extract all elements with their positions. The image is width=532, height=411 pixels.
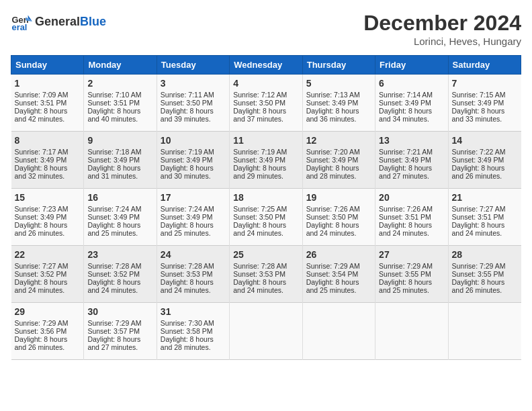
day-cell bbox=[302, 303, 375, 360]
day-number: 16 bbox=[87, 192, 152, 203]
day-number: 17 bbox=[161, 192, 226, 203]
daylight: Daylight: 8 hours and 26 minutes. bbox=[15, 221, 68, 237]
day-cell: 18Sunrise: 7:25 AMSunset: 3:50 PMDayligh… bbox=[230, 189, 302, 246]
daylight: Daylight: 8 hours and 32 minutes. bbox=[15, 164, 68, 180]
week-row-5: 29Sunrise: 7:29 AMSunset: 3:56 PMDayligh… bbox=[11, 303, 521, 360]
daylight: Daylight: 8 hours and 25 minutes. bbox=[87, 221, 140, 237]
sunset: Sunset: 3:58 PM bbox=[161, 327, 213, 335]
daylight: Daylight: 8 hours and 25 minutes. bbox=[306, 278, 359, 294]
daylight: Daylight: 8 hours and 24 minutes. bbox=[161, 278, 214, 294]
day-cell: 26Sunrise: 7:29 AMSunset: 3:54 PMDayligh… bbox=[302, 246, 375, 303]
col-header-thursday: Thursday bbox=[302, 56, 375, 75]
sunrise: Sunrise: 7:14 AM bbox=[379, 91, 433, 99]
day-number: 5 bbox=[306, 78, 371, 89]
logo-general: General bbox=[35, 15, 80, 28]
sunrise: Sunrise: 7:25 AM bbox=[233, 205, 287, 213]
day-cell: 4Sunrise: 7:12 AMSunset: 3:50 PMDaylight… bbox=[230, 75, 302, 132]
page-subtitle: Lorinci, Heves, Hungary bbox=[363, 36, 521, 47]
sunset: Sunset: 3:52 PM bbox=[87, 270, 140, 278]
day-cell bbox=[375, 303, 448, 360]
sunset: Sunset: 3:52 PM bbox=[15, 270, 67, 278]
day-cell: 25Sunrise: 7:28 AMSunset: 3:53 PMDayligh… bbox=[230, 246, 302, 303]
day-cell: 27Sunrise: 7:29 AMSunset: 3:55 PMDayligh… bbox=[375, 246, 448, 303]
day-cell: 13Sunrise: 7:21 AMSunset: 3:49 PMDayligh… bbox=[375, 132, 448, 189]
day-cell: 21Sunrise: 7:27 AMSunset: 3:51 PMDayligh… bbox=[448, 189, 521, 246]
day-cell: 29Sunrise: 7:29 AMSunset: 3:56 PMDayligh… bbox=[11, 303, 84, 360]
daylight: Daylight: 8 hours and 24 minutes. bbox=[379, 221, 432, 237]
day-number: 30 bbox=[87, 306, 152, 317]
daylight: Daylight: 8 hours and 31 minutes. bbox=[87, 164, 140, 180]
col-header-tuesday: Tuesday bbox=[157, 56, 229, 75]
col-header-monday: Monday bbox=[84, 56, 157, 75]
col-header-friday: Friday bbox=[375, 56, 448, 75]
daylight: Daylight: 8 hours and 26 minutes. bbox=[452, 278, 505, 294]
day-number: 4 bbox=[233, 78, 298, 89]
sunrise: Sunrise: 7:11 AM bbox=[161, 91, 214, 99]
day-number: 24 bbox=[161, 249, 226, 260]
day-number: 13 bbox=[379, 135, 444, 146]
sunrise: Sunrise: 7:21 AM bbox=[379, 148, 433, 156]
sunrise: Sunrise: 7:13 AM bbox=[306, 91, 360, 99]
day-number: 27 bbox=[379, 249, 444, 260]
sunrise: Sunrise: 7:28 AM bbox=[87, 262, 141, 270]
daylight: Daylight: 8 hours and 37 minutes. bbox=[233, 107, 286, 123]
day-cell: 15Sunrise: 7:23 AMSunset: 3:49 PMDayligh… bbox=[11, 189, 84, 246]
week-row-4: 22Sunrise: 7:27 AMSunset: 3:52 PMDayligh… bbox=[11, 246, 521, 303]
daylight: Daylight: 8 hours and 28 minutes. bbox=[306, 164, 359, 180]
sunrise: Sunrise: 7:19 AM bbox=[233, 148, 287, 156]
day-number: 19 bbox=[306, 192, 371, 203]
day-number: 18 bbox=[233, 192, 298, 203]
sunrise: Sunrise: 7:29 AM bbox=[87, 319, 141, 327]
sunrise: Sunrise: 7:29 AM bbox=[306, 262, 360, 270]
sunrise: Sunrise: 7:12 AM bbox=[233, 91, 287, 99]
daylight: Daylight: 8 hours and 24 minutes. bbox=[233, 221, 286, 237]
day-cell: 30Sunrise: 7:29 AMSunset: 3:57 PMDayligh… bbox=[84, 303, 157, 360]
daylight: Daylight: 8 hours and 30 minutes. bbox=[161, 164, 214, 180]
sunset: Sunset: 3:49 PM bbox=[161, 156, 213, 164]
day-number: 25 bbox=[233, 249, 298, 260]
day-number: 20 bbox=[379, 192, 444, 203]
sunrise: Sunrise: 7:09 AM bbox=[15, 91, 69, 99]
sunset: Sunset: 3:49 PM bbox=[379, 99, 431, 107]
day-number: 22 bbox=[15, 249, 81, 260]
day-number: 6 bbox=[379, 78, 444, 89]
sunrise: Sunrise: 7:18 AM bbox=[87, 148, 141, 156]
sunset: Sunset: 3:50 PM bbox=[233, 99, 285, 107]
sunset: Sunset: 3:51 PM bbox=[15, 99, 67, 107]
daylight: Daylight: 8 hours and 40 minutes. bbox=[87, 107, 140, 123]
sunset: Sunset: 3:49 PM bbox=[87, 213, 140, 221]
sunrise: Sunrise: 7:23 AM bbox=[15, 205, 69, 213]
sunrise: Sunrise: 7:24 AM bbox=[161, 205, 214, 213]
col-header-wednesday: Wednesday bbox=[230, 56, 302, 75]
sunrise: Sunrise: 7:19 AM bbox=[161, 148, 214, 156]
day-number: 8 bbox=[15, 135, 81, 146]
daylight: Daylight: 8 hours and 24 minutes. bbox=[452, 221, 505, 237]
week-row-3: 15Sunrise: 7:23 AMSunset: 3:49 PMDayligh… bbox=[11, 189, 521, 246]
day-cell: 23Sunrise: 7:28 AMSunset: 3:52 PMDayligh… bbox=[84, 246, 157, 303]
sunset: Sunset: 3:50 PM bbox=[306, 213, 359, 221]
sunset: Sunset: 3:49 PM bbox=[15, 213, 67, 221]
sunset: Sunset: 3:51 PM bbox=[87, 99, 140, 107]
col-header-saturday: Saturday bbox=[448, 56, 521, 75]
sunset: Sunset: 3:55 PM bbox=[452, 270, 504, 278]
day-cell: 2Sunrise: 7:10 AMSunset: 3:51 PMDaylight… bbox=[84, 75, 157, 132]
day-cell: 22Sunrise: 7:27 AMSunset: 3:52 PMDayligh… bbox=[11, 246, 84, 303]
day-cell: 11Sunrise: 7:19 AMSunset: 3:49 PMDayligh… bbox=[230, 132, 302, 189]
sunrise: Sunrise: 7:29 AM bbox=[15, 319, 69, 327]
day-cell: 6Sunrise: 7:14 AMSunset: 3:49 PMDaylight… bbox=[375, 75, 448, 132]
sunset: Sunset: 3:56 PM bbox=[15, 327, 67, 335]
daylight: Daylight: 8 hours and 33 minutes. bbox=[452, 107, 505, 123]
sunset: Sunset: 3:49 PM bbox=[306, 156, 359, 164]
logo-icon: Gen eral bbox=[11, 11, 32, 32]
day-cell: 17Sunrise: 7:24 AMSunset: 3:49 PMDayligh… bbox=[157, 189, 229, 246]
daylight: Daylight: 8 hours and 24 minutes. bbox=[87, 278, 140, 294]
sunset: Sunset: 3:49 PM bbox=[161, 213, 213, 221]
title-area: December 2024 Lorinci, Heves, Hungary bbox=[363, 11, 521, 47]
sunset: Sunset: 3:50 PM bbox=[161, 99, 213, 107]
day-cell: 12Sunrise: 7:20 AMSunset: 3:49 PMDayligh… bbox=[302, 132, 375, 189]
sunrise: Sunrise: 7:17 AM bbox=[15, 148, 69, 156]
sunset: Sunset: 3:51 PM bbox=[379, 213, 431, 221]
day-number: 10 bbox=[161, 135, 226, 146]
daylight: Daylight: 8 hours and 28 minutes. bbox=[161, 335, 214, 351]
sunset: Sunset: 3:49 PM bbox=[452, 99, 504, 107]
